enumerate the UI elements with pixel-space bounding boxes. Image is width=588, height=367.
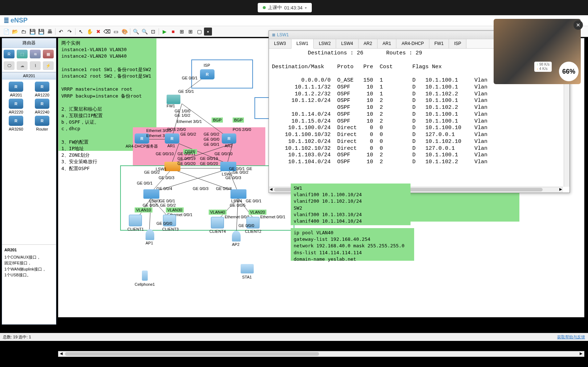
fit-icon[interactable]: ⊡ — [149, 28, 157, 36]
tab-lsw2[interactable]: LSW2 — [314, 39, 336, 48]
router-category-icon[interactable]: R — [4, 49, 15, 59]
zoom-in-icon[interactable]: 🔍 — [132, 28, 140, 36]
port-isp: GE 0/0/1 — [182, 76, 197, 80]
session-status-pill[interactable]: 上课中 01:43:34 ▾ — [258, 3, 312, 12]
delete-icon[interactable]: ✖ — [94, 28, 102, 36]
device-sidebar: 路由器 R ⬚ ≋ ▦ 🖵 ☁ ⌇ ⚡ AR201 RAR201 RAR1220… — [2, 38, 56, 325]
port-lsw1-11: GE 0/0/11 — [177, 152, 196, 156]
sw-vlan-note-front[interactable]: SW1 vlanif100 10.1.100.10/24 vlanif200 1… — [291, 184, 411, 225]
fw-category-icon[interactable]: ▦ — [43, 49, 54, 59]
open-icon[interactable]: 📂 — [11, 28, 19, 36]
vlan20-label: VLAN20 — [249, 210, 266, 215]
label-client1: CLIENT1 — [127, 227, 144, 231]
port-lsw4-0001r: GE 0/0/1 — [246, 199, 261, 203]
help-link[interactable]: 获取帮助与反馈 — [557, 334, 585, 340]
cli-icon[interactable]: ▪ — [204, 28, 212, 36]
node-ap1[interactable] — [146, 229, 154, 240]
save-as-icon[interactable]: 💾 — [37, 28, 45, 36]
print-icon[interactable]: 🖶 — [46, 28, 54, 36]
cloud-category-icon[interactable]: ☁ — [17, 61, 28, 70]
capture-icon[interactable]: ⊞ — [178, 28, 186, 36]
tab-ar2[interactable]: AR2 — [359, 39, 377, 48]
node-ar2[interactable]: R — [222, 133, 236, 144]
session-time: 01:43:34 — [284, 5, 303, 11]
device-ar201[interactable]: RAR201 — [5, 82, 27, 97]
tab-lsw3[interactable]: LSW3 — [269, 39, 291, 48]
status-bar: 总数: 19 选中: 1 获取帮助与反馈 — [0, 333, 588, 341]
sidebar-title: 路由器 — [2, 38, 56, 48]
port-ar2-pos: POS 2/0/0 — [233, 127, 251, 132]
node-sta1[interactable] — [241, 264, 254, 273]
tab-ar4[interactable]: AR4-DHCP — [396, 39, 429, 48]
node-lsw3[interactable] — [143, 189, 159, 199]
ippool-note[interactable]: ip pool VLAN40 gateway-list 192.168.40.2… — [291, 228, 414, 261]
device-ar2220[interactable]: RAR2220 — [5, 99, 27, 114]
palette-icon[interactable]: 🎨 — [121, 28, 128, 36]
undo-icon[interactable]: ↶ — [57, 28, 65, 36]
port-lsw4-0005: GE 0/0/5 — [230, 203, 245, 207]
port-fw-102: GE 1/0/2 — [175, 113, 190, 117]
port-lsw1-10: GE 0/0/10 — [156, 152, 174, 156]
node-ap2[interactable] — [232, 231, 241, 242]
pc-category-icon[interactable]: 🖵 — [4, 61, 15, 70]
new-icon[interactable]: 📄 — [2, 28, 10, 36]
device-ar1220[interactable]: RAR1220 — [31, 82, 53, 97]
window-icon[interactable]: ▢ — [195, 28, 203, 36]
label-client2: CLIENT2 — [245, 229, 261, 234]
device-ar3260[interactable]: RAR3260 — [5, 116, 27, 131]
pointer-icon[interactable]: ↖ — [77, 28, 85, 36]
port-lsw1-19: GE 0/0/19 — [177, 156, 196, 161]
vlan10-label: VLAN10 — [135, 207, 152, 213]
save-icon[interactable]: 💾 — [28, 28, 36, 36]
scroll-thumb[interactable] — [65, 352, 319, 356]
node-fw1[interactable] — [167, 95, 180, 104]
erase-icon[interactable]: ⌫ — [103, 28, 111, 36]
label-ap2: AP2 — [232, 242, 240, 247]
stop-icon[interactable]: ■ — [169, 28, 177, 36]
tab-ar1[interactable]: AR1 — [377, 39, 396, 48]
label-client3: CLIENT3 — [162, 227, 179, 231]
label-client4: CLIENT4 — [209, 229, 226, 234]
hand-icon[interactable]: ✋ — [86, 28, 94, 36]
node-ar1[interactable]: R — [165, 133, 179, 144]
start-icon[interactable]: ▶ — [160, 28, 168, 36]
port-lsw1-0002: GE 0/0/2 — [144, 170, 160, 174]
link-icon[interactable]: ⊞ — [187, 28, 195, 36]
port-lsw3-0003: GE 0/0/3 — [193, 186, 208, 191]
other-category-icon[interactable]: ⚡ — [43, 61, 54, 70]
canvas-scrollbar-h[interactable]: ◀ ▶ — [58, 351, 584, 357]
port-lsw2-0002: GE 0/0/2 — [233, 170, 248, 174]
tab-lsw1[interactable]: LSW1 — [291, 39, 314, 49]
port-c4-eth001: Ethernet 0/0/1 — [225, 215, 250, 219]
port-ar1-pos: POS 2/0/0 — [167, 127, 186, 132]
close-icon[interactable]: ✕ — [573, 20, 583, 30]
port-lsw3-0001r: GE 0/0/1 — [159, 199, 175, 203]
percent-badge: 66% — [559, 62, 579, 81]
status-text: 上课中 — [268, 4, 282, 11]
tab-lsw4[interactable]: LSW4 — [336, 39, 359, 48]
port-lsw1-0001: GE 0/0/1 — [137, 181, 152, 185]
redo-icon[interactable]: ↷ — [66, 28, 74, 36]
wlan-category-icon[interactable]: ≋ — [30, 49, 41, 59]
node-cellphone[interactable] — [142, 271, 148, 281]
device-ar2240[interactable]: RAR2240 — [31, 99, 53, 114]
node-lsw4[interactable] — [230, 189, 246, 199]
switch-category-icon[interactable]: ⬚ — [17, 49, 28, 59]
node-client1[interactable] — [129, 215, 142, 226]
tab-isp[interactable]: ISP — [449, 39, 466, 48]
link-category-icon[interactable]: ⌇ — [30, 61, 41, 70]
node-isp[interactable]: R — [200, 69, 215, 79]
node-client4[interactable] — [211, 217, 224, 228]
app-logo: ≣eNSP — [4, 17, 28, 25]
folder-icon[interactable]: 🗀 — [20, 28, 28, 36]
zoom-out-icon[interactable]: 🔍 — [140, 28, 148, 36]
tab-fw1[interactable]: FW1 — [429, 39, 449, 48]
port-lsw2-20: GE 0/0/20 — [200, 161, 218, 166]
device-router[interactable]: RRouter — [31, 116, 53, 131]
note-icon[interactable]: ▭ — [112, 28, 120, 36]
port-c2-eth001: Ethernet 0/0/1 — [260, 215, 285, 219]
port-ar2-0001: GE 0/0/1 — [204, 142, 219, 147]
label-lsw4: LSW4 — [231, 199, 242, 203]
port-ap2-ge000: GE 0/0/0 — [238, 223, 254, 228]
device-category-palette: R ⬚ ≋ ▦ 🖵 ☁ ⌇ ⚡ — [2, 48, 56, 72]
